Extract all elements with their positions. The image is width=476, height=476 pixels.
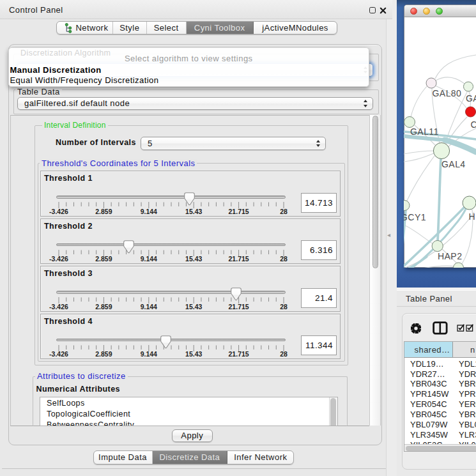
- svg-text:GCY1: GCY1: [404, 212, 426, 222]
- svg-text:GAL: GAL: [466, 93, 476, 104]
- svg-text:HAP2: HAP2: [438, 251, 462, 261]
- svg-text:GAL80: GAL80: [433, 88, 462, 98]
- svg-text:H: H: [469, 211, 476, 222]
- svg-text:GAL4: GAL4: [441, 159, 466, 169]
- svg-text:C: C: [471, 119, 476, 130]
- svg-text:GAL11: GAL11: [410, 127, 439, 137]
